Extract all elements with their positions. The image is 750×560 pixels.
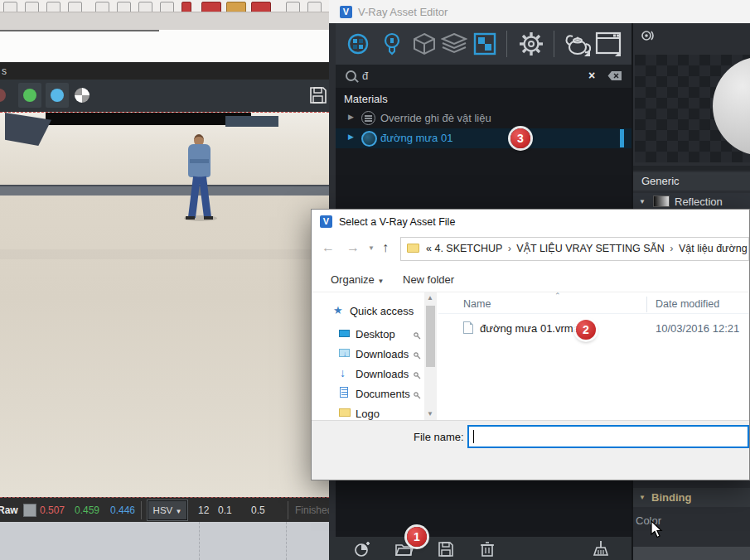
organize-button[interactable]: Organize ▼ xyxy=(331,273,384,286)
geometry-icon[interactable] xyxy=(412,31,437,56)
breadcrumb-separator-icon: › xyxy=(667,243,675,254)
up-button[interactable]: ↑ xyxy=(382,240,389,255)
render-blue-box xyxy=(225,116,278,127)
breadcrumb-item[interactable]: VẬT LIỆU VRAY SETTING SẴN xyxy=(516,243,665,254)
recent-locations-icon[interactable]: ▼ xyxy=(368,244,375,252)
reflection-swatch-icon xyxy=(653,196,670,207)
material-row-selected[interactable]: ▶ đường mưa 01 xyxy=(336,128,631,148)
vfb-save-icon[interactable] xyxy=(308,85,328,105)
forward-button[interactable]: → xyxy=(346,240,360,255)
toolbar-icon[interactable] xyxy=(138,2,152,12)
vfb-tab-label[interactable]: s xyxy=(2,65,7,77)
breadcrumb-item[interactable]: Vật liệu đường mưa 01 xyxy=(679,243,749,254)
vfb-lower-panel xyxy=(0,522,329,560)
toolbar-icon[interactable] xyxy=(95,2,109,12)
materials-icon[interactable] xyxy=(346,31,370,56)
scroll-down-icon[interactable]: ▼ xyxy=(427,410,433,418)
textures-icon[interactable] xyxy=(473,32,496,56)
blue-channel-button[interactable] xyxy=(46,83,69,108)
vray-logo-icon: V xyxy=(320,215,332,228)
toolbar-icon[interactable] xyxy=(68,2,82,12)
lights-icon[interactable] xyxy=(380,31,404,57)
material-preview[interactable] xyxy=(635,55,750,162)
pin-icon xyxy=(413,371,421,379)
new-folder-button[interactable]: New folder xyxy=(403,273,454,286)
toolbar-icon[interactable] xyxy=(3,2,17,12)
address-bar[interactable]: « 4. SKETCHUP › VẬT LIỆU VRAY SETTING SẴ… xyxy=(400,237,749,261)
toolbar-icon[interactable] xyxy=(46,2,60,12)
vae-search-bar[interactable]: đ × xyxy=(336,65,631,89)
column-divider[interactable] xyxy=(646,297,647,312)
toolbar-icon-red-pencil[interactable] xyxy=(181,2,191,12)
dialog-title-bar[interactable]: V Select a V-Ray Asset File xyxy=(312,210,749,234)
rollout-reflection[interactable]: ▼ Reflection xyxy=(633,193,750,210)
vae-title-bar[interactable]: V V-Ray Asset Editor xyxy=(329,0,750,24)
file-name[interactable]: đường mưa 01.vrmat xyxy=(480,322,582,335)
preview-sphere xyxy=(713,56,750,156)
vae-window-title: V-Ray Asset Editor xyxy=(358,6,448,18)
desktop-icon xyxy=(339,330,350,337)
add-material-icon[interactable] xyxy=(354,541,370,558)
toolbar-icon[interactable] xyxy=(160,2,174,12)
sidebar-item-downloads-2[interactable]: ↓ Downloads xyxy=(312,365,422,385)
expand-arrow-icon[interactable]: ▶ xyxy=(348,113,354,121)
purge-broom-icon[interactable] xyxy=(593,540,609,558)
breadcrumb-item[interactable]: 4. SKETCHUP xyxy=(434,243,502,254)
column-header-date[interactable]: Date modified xyxy=(656,298,719,310)
save-file-icon[interactable] xyxy=(438,541,454,558)
expand-arrow-icon[interactable]: ▶ xyxy=(348,133,354,141)
alpha-channel-icon[interactable] xyxy=(75,88,90,103)
search-input-value[interactable]: đ xyxy=(362,70,368,82)
sidebar-item-quick-access[interactable]: ★ Quick access xyxy=(312,302,422,322)
column-header-name[interactable]: Name xyxy=(463,298,491,310)
sidebar-scrollbar[interactable]: ▲ ▼ xyxy=(424,292,437,420)
preview-visibility-icon[interactable] xyxy=(640,30,655,41)
vae-bottom-toolbar xyxy=(329,537,631,560)
color-mode-dropdown[interactable]: HSV ▼ xyxy=(148,500,187,520)
sidebar-item-documents[interactable]: Documents xyxy=(312,385,422,405)
sidebar-item-logo[interactable]: Logo xyxy=(312,405,422,420)
rollout-binding[interactable]: ▼ Binding xyxy=(633,488,750,507)
material-type-header[interactable]: Generic xyxy=(633,172,750,191)
window-edge xyxy=(0,30,159,31)
settings-gear-icon[interactable] xyxy=(519,31,544,56)
h-value: 12 xyxy=(198,504,209,516)
toolbar-icon-render-region[interactable] xyxy=(251,2,271,12)
toolbar-icon[interactable] xyxy=(286,2,300,12)
toolbar-icon[interactable] xyxy=(25,2,39,12)
red-channel-icon[interactable] xyxy=(0,89,6,102)
guide-line xyxy=(286,522,287,560)
pin-icon xyxy=(413,351,421,360)
panel-divider[interactable] xyxy=(633,166,750,171)
green-channel-button[interactable] xyxy=(18,83,41,108)
green-value: 0.459 xyxy=(75,504,99,516)
material-row-override[interactable]: ▶ Override ghi đè vật liệu xyxy=(336,109,631,128)
material-sphere-icon xyxy=(361,131,377,147)
sidebar-item-downloads[interactable]: ↓ Downloads xyxy=(312,345,422,365)
breadcrumb[interactable]: « 4. SKETCHUP › VẬT LIỆU VRAY SETTING SẴ… xyxy=(426,243,749,254)
divider xyxy=(506,31,507,57)
file-name-input[interactable] xyxy=(467,425,749,448)
blue-value: 0.446 xyxy=(110,504,135,516)
scroll-up-icon[interactable]: ▲ xyxy=(427,294,433,302)
clear-search-icon[interactable]: × xyxy=(588,69,595,82)
render-elements-icon[interactable] xyxy=(441,33,467,55)
material-label[interactable]: đường mưa 01 xyxy=(380,132,452,144)
backspace-icon[interactable] xyxy=(607,70,622,81)
materials-section-header: Materials xyxy=(344,93,388,105)
material-label[interactable]: Override ghi đè vật liệu xyxy=(380,112,491,124)
delete-icon[interactable] xyxy=(480,541,495,558)
render-dark-shape xyxy=(5,113,51,146)
sidebar-item-desktop[interactable]: Desktop xyxy=(312,326,422,345)
toolbar-icon-render[interactable] xyxy=(201,2,221,12)
back-button[interactable]: ← xyxy=(322,240,335,255)
toolbar-icon[interactable] xyxy=(307,2,322,12)
scrollbar-thumb[interactable] xyxy=(426,306,435,367)
scrollbar-indicator[interactable] xyxy=(620,129,624,147)
color-swatch[interactable] xyxy=(23,504,36,517)
toolbar-icon-render-gold[interactable] xyxy=(226,2,246,12)
red-value: 0.507 xyxy=(40,504,65,516)
downloads-folder-icon: ↓ xyxy=(339,349,350,357)
toolbar-icon[interactable] xyxy=(117,2,131,12)
dialog-command-bar: Organize ▼ New folder xyxy=(312,268,749,292)
